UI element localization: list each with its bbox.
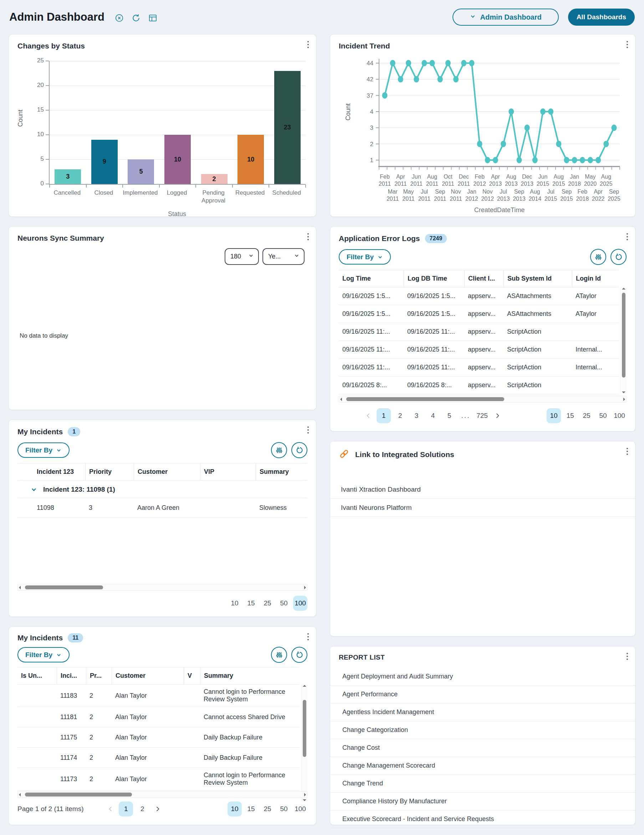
period-select[interactable]: Ye... [262,248,304,265]
scroll-right-arrow[interactable] [304,586,306,589]
scroll-down-arrow[interactable] [622,392,626,393]
column-header[interactable]: Sub System Id [504,270,572,287]
data-point[interactable] [564,157,569,163]
bar-scheduled[interactable]: 23 [274,71,301,184]
report-link[interactable]: Change Categorization [330,721,635,739]
data-point[interactable] [429,60,435,66]
column-header[interactable]: Customer [112,668,184,684]
page-size-option[interactable]: 25 [260,801,275,817]
data-point[interactable] [437,76,442,82]
next-page-button[interactable] [491,408,504,423]
table-row[interactable]: 111742Alan TaylorDaily Backup Failure [18,748,299,768]
table-row[interactable]: 111732Alan TaylorCannot login to Perform… [18,768,299,790]
column-header[interactable]: Priority [85,463,134,480]
page-size-option[interactable]: 15 [244,801,258,817]
page-size-option[interactable]: 25 [579,408,594,423]
scrollbar-thumb[interactable] [346,397,504,401]
table-row[interactable]: 09/16/2025 1:5...09/16/2025 1:5...appser… [339,288,619,305]
scrollbar-thumb[interactable] [303,700,306,757]
filter-by-button[interactable]: Filter By [18,442,70,458]
page-size-option[interactable]: 10 [546,408,561,423]
data-point[interactable] [398,76,403,82]
column-header[interactable]: Log Time [339,270,404,287]
report-link[interactable]: Change Management Scorecard [330,757,635,775]
scrollbar-thumb[interactable] [25,793,132,796]
all-dashboards-button[interactable]: All Dashboards [568,8,635,26]
column-header[interactable]: Summary [256,463,307,480]
data-point[interactable] [453,76,459,82]
page-number[interactable]: 4 [426,408,440,423]
page-size-option[interactable]: 100 [612,408,626,423]
page-size-option[interactable]: 50 [277,596,291,611]
table-row[interactable]: 09/16/2025 11:...09/16/2025 11:...appser… [339,359,619,377]
data-point[interactable] [572,157,577,163]
data-point[interactable] [548,108,553,115]
column-header[interactable]: VIP [200,463,256,480]
reset-button[interactable] [291,647,307,663]
page-size-option[interactable]: 100 [293,596,307,611]
page-number[interactable]: 2 [135,801,150,817]
report-link[interactable]: Change Cost [330,739,635,757]
column-chooser-button[interactable] [271,442,287,458]
column-chooser-button[interactable] [590,249,606,265]
integration-link[interactable]: Ivanti Neurons Platform [330,499,635,517]
scrollbar-thumb[interactable] [622,293,626,378]
kebab-menu-icon[interactable] [625,447,629,456]
data-point[interactable] [493,157,498,163]
column-header[interactable]: Is Un... [18,668,57,684]
report-link[interactable]: Agentless Incident Management [330,703,635,721]
report-link[interactable]: Agent Performance [330,686,635,703]
data-point[interactable] [414,76,419,82]
refresh-icon[interactable] [131,13,141,23]
data-point[interactable] [556,141,561,147]
data-point[interactable] [540,108,545,115]
kebab-menu-icon[interactable] [306,425,310,435]
page-size-option[interactable]: 100 [293,801,307,817]
data-point[interactable] [406,60,411,66]
table-row[interactable]: 09/16/2025 11:...09/16/2025 11:...appser… [339,323,619,341]
table-row[interactable]: 111832Alan TaylorCannot login to Perform… [18,684,299,707]
dashboard-selector-button[interactable]: Admin Dashboard [452,8,559,26]
table-row[interactable]: 110983Aaron A GreenSlowness [18,498,307,518]
page-size-option[interactable]: 15 [244,596,258,611]
page-size-option[interactable]: 50 [596,408,610,423]
kebab-menu-icon[interactable] [625,651,629,661]
report-link[interactable]: Executive Scorecard - Incident and Servi… [330,811,635,828]
table-row[interactable]: 09/16/2025 1:5...09/16/2025 1:5...appser… [339,305,619,323]
page-size-option[interactable]: 15 [563,408,577,423]
scrollbar-thumb[interactable] [25,585,103,589]
page-size-option[interactable]: 25 [260,596,275,611]
bar-requested[interactable]: 10 [237,135,264,184]
table-row[interactable]: 111812Alan TaylorCannot access Shared Dr… [18,707,299,727]
page-size-option[interactable]: 10 [228,801,242,817]
kebab-menu-icon[interactable] [625,232,629,242]
kebab-menu-icon[interactable] [306,632,310,642]
scroll-up-arrow[interactable] [622,288,626,289]
days-select[interactable]: 180 [224,248,259,265]
column-header[interactable]: Login Id [572,270,619,287]
bar-closed[interactable]: 9 [91,140,118,184]
scroll-left-arrow[interactable] [340,398,342,401]
report-link[interactable]: Agent Deployment and Audit Summary [330,668,635,686]
kebab-menu-icon[interactable] [306,40,310,50]
page-number[interactable]: 725 [475,408,489,423]
column-header[interactable]: Customer [134,463,200,480]
data-point[interactable] [461,60,467,66]
report-link[interactable]: Compliance History By Manufacturer [330,793,635,811]
page-number[interactable]: 3 [409,408,424,423]
layout-icon[interactable] [148,13,158,23]
filter-by-button[interactable]: Filter By [339,249,391,265]
data-point[interactable] [524,124,530,131]
data-point[interactable] [382,93,387,99]
column-header[interactable]: Summary [200,668,299,684]
vertical-scrollbar[interactable] [301,684,307,802]
page-number[interactable]: 1 [377,408,391,423]
integration-link[interactable]: Ivanti Xtraction Dashboard [330,481,635,499]
horizontal-scrollbar[interactable] [339,396,626,403]
data-point[interactable] [477,141,482,147]
data-point[interactable] [509,108,514,115]
column-header[interactable]: Client I... [464,270,504,287]
scroll-left-arrow[interactable] [19,793,21,796]
page-number[interactable]: 1 [119,801,133,817]
kebab-menu-icon[interactable] [306,232,310,242]
